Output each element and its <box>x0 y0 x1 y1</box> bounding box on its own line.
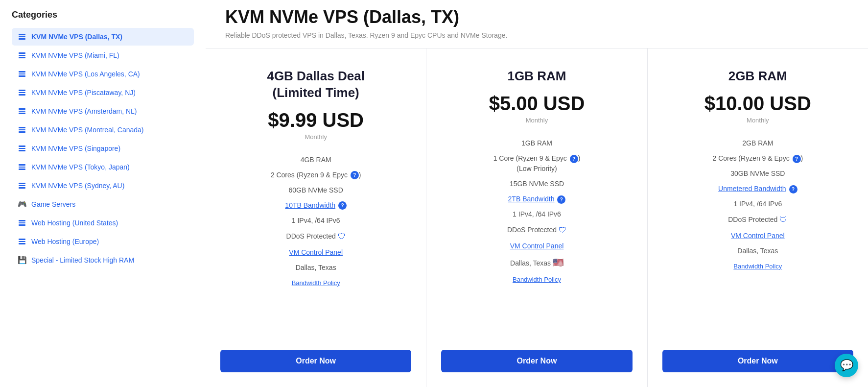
sidebar-item-kvm-la[interactable]: KVM NVMe VPS (Los Angeles, CA) <box>12 65 194 83</box>
ddos-badge: DDoS Protected 🛡 <box>286 231 346 242</box>
bandwidth-policy-link[interactable]: Bandwidth Policy <box>513 276 561 283</box>
product-period: Monthly <box>747 117 769 124</box>
sidebar-item-kvm-miami[interactable]: KVM NVMe VPS (Miami, FL) <box>12 47 194 64</box>
sidebar-item-label: Game Servers <box>31 200 75 208</box>
bandwidth-link[interactable]: 10TB Bandwidth <box>285 201 335 209</box>
sidebar-item-label: KVM NVMe VPS (Miami, FL) <box>31 51 119 59</box>
feature-cores: 1 Core (Ryzen 9 & Epyc ?)(Low Priority) <box>441 151 632 176</box>
shield-icon: 🛡 <box>779 214 787 226</box>
feature-ip: 1 IPv4, /64 IPv6 <box>662 196 853 212</box>
vm-control-panel-link[interactable]: VM Control Panel <box>731 232 785 240</box>
server-icon <box>18 181 26 190</box>
help-icon[interactable]: ? <box>338 201 347 210</box>
feature-storage: 60GB NVMe SSD <box>220 183 411 198</box>
order-now-button[interactable]: Order Now <box>441 350 632 372</box>
sidebar-item-kvm-piscataway[interactable]: KVM NVMe VPS (Piscataway, NJ) <box>12 84 194 101</box>
special-icon: 💾 <box>18 256 26 265</box>
sidebar-item-web-hosting-eu[interactable]: Web Hosting (Europe) <box>12 233 194 250</box>
help-icon[interactable]: ? <box>570 155 578 163</box>
sidebar-item-label: Special - Limited Stock High RAM <box>31 256 134 264</box>
server-icon <box>18 32 26 41</box>
shield-icon: 🛡 <box>559 224 566 236</box>
server-icon <box>18 144 26 153</box>
product-card-dallas-deal: 4GB Dallas Deal(Limited Time) $9.99 USD … <box>206 48 426 387</box>
server-icon <box>18 70 26 78</box>
feature-vm-panel: VM Control Panel <box>220 245 411 260</box>
sidebar-item-game-servers[interactable]: 🎮 Game Servers <box>12 195 194 213</box>
order-now-button[interactable]: Order Now <box>662 350 853 372</box>
vm-control-panel-link[interactable]: VM Control Panel <box>510 242 564 250</box>
feature-storage: 30GB NVMe SSD <box>662 166 853 181</box>
server-icon <box>18 163 26 171</box>
product-name: 2GB RAM <box>728 68 787 85</box>
help-icon[interactable]: ? <box>557 195 565 204</box>
feature-ram: 2GB RAM <box>662 136 853 151</box>
product-price: $9.99 USD <box>268 109 364 131</box>
chat-button[interactable]: 💬 <box>835 354 858 377</box>
feature-ip: 1 IPv4, /64 IPv6 <box>441 207 632 222</box>
page-title: KVM NVMe VPS (Dallas, TX) <box>225 7 848 27</box>
sidebar-item-web-hosting-us[interactable]: Web Hosting (United States) <box>12 214 194 232</box>
product-features: 4GB RAM 2 Cores (Ryzen 9 & Epyc ?) 60GB … <box>220 152 411 290</box>
feature-policy: Bandwidth Policy <box>662 259 853 274</box>
product-period: Monthly <box>305 133 327 141</box>
sidebar-item-label: KVM NVMe VPS (Singapore) <box>31 145 120 152</box>
ddos-badge: DDoS Protected 🛡 <box>507 224 566 236</box>
order-now-button[interactable]: Order Now <box>220 350 411 372</box>
sidebar-item-label: Web Hosting (United States) <box>31 219 118 227</box>
ddos-badge: DDoS Protected 🛡 <box>728 214 787 226</box>
product-features: 1GB RAM 1 Core (Ryzen 9 & Epyc ?)(Low Pr… <box>441 136 632 287</box>
bandwidth-policy-link[interactable]: Bandwidth Policy <box>733 263 782 270</box>
help-icon[interactable]: ? <box>789 185 798 194</box>
server-icon <box>18 51 26 60</box>
header-section: KVM NVMe VPS (Dallas, TX) Reliable DDoS … <box>206 0 868 48</box>
sidebar-item-kvm-amsterdam[interactable]: KVM NVMe VPS (Amsterdam, NL) <box>12 102 194 120</box>
product-price: $10.00 USD <box>704 93 811 115</box>
product-name: 4GB Dallas Deal(Limited Time) <box>267 68 364 101</box>
feature-ram: 4GB RAM <box>220 152 411 168</box>
server-icon <box>18 237 26 246</box>
bandwidth-link[interactable]: 2TB Bandwidth <box>508 195 555 203</box>
feature-bandwidth: 2TB Bandwidth ? <box>441 192 632 207</box>
page-subtitle: Reliable DDoS protected VPS in Dallas, T… <box>225 31 848 39</box>
sidebar-item-kvm-tokyo[interactable]: KVM NVMe VPS (Tokyo, Japan) <box>12 158 194 176</box>
feature-location: Dallas, Texas <box>220 260 411 275</box>
sidebar-item-label: KVM NVMe VPS (Tokyo, Japan) <box>31 163 130 171</box>
right-panel: KVM NVMe VPS (Dallas, TX) Reliable DDoS … <box>206 0 868 387</box>
feature-policy: Bandwidth Policy <box>441 272 632 287</box>
feature-vm-panel: VM Control Panel <box>441 239 632 254</box>
feature-bandwidth: Unmetered Bandwidth ? <box>662 181 853 196</box>
feature-cores: 2 Cores (Ryzen 9 & Epyc ?) <box>220 168 411 183</box>
sidebar-item-label: KVM NVMe VPS (Piscataway, NJ) <box>31 89 136 97</box>
bandwidth-link[interactable]: Unmetered Bandwidth <box>718 185 786 193</box>
product-name: 1GB RAM <box>508 68 566 85</box>
feature-storage: 15GB NVMe SSD <box>441 176 632 192</box>
vm-control-panel-link[interactable]: VM Control Panel <box>289 248 343 256</box>
sidebar-item-special-high-ram[interactable]: 💾 Special - Limited Stock High RAM <box>12 251 194 269</box>
feature-vm-panel: VM Control Panel <box>662 228 853 243</box>
bandwidth-policy-link[interactable]: Bandwidth Policy <box>292 279 340 287</box>
feature-bandwidth: 10TB Bandwidth ? <box>220 198 411 213</box>
feature-ip: 1 IPv4, /64 IPv6 <box>220 213 411 228</box>
help-icon[interactable]: ? <box>351 171 359 179</box>
sidebar-item-label: KVM NVMe VPS (Los Angeles, CA) <box>31 70 140 78</box>
product-card-1gb: 1GB RAM $5.00 USD Monthly 1GB RAM 1 Core… <box>426 48 647 387</box>
help-icon[interactable]: ? <box>793 155 801 163</box>
sidebar-item-kvm-singapore[interactable]: KVM NVMe VPS (Singapore) <box>12 140 194 157</box>
sidebar-item-label: KVM NVMe VPS (Amsterdam, NL) <box>31 107 137 115</box>
shield-icon: 🛡 <box>338 231 346 242</box>
sidebar-item-kvm-sydney[interactable]: KVM NVMe VPS (Sydney, AU) <box>12 177 194 194</box>
products-row: 4GB Dallas Deal(Limited Time) $9.99 USD … <box>206 48 868 387</box>
feature-location: Dallas, Texas <box>662 243 853 259</box>
feature-policy: Bandwidth Policy <box>220 275 411 290</box>
sidebar: Categories KVM NVMe VPS (Dallas, TX) KVM… <box>0 0 206 387</box>
feature-ram: 1GB RAM <box>441 136 632 151</box>
product-card-2gb: 2GB RAM $10.00 USD Monthly 2GB RAM 2 Cor… <box>648 48 868 387</box>
sidebar-item-kvm-montreal[interactable]: KVM NVMe VPS (Montreal, Canada) <box>12 121 194 139</box>
sidebar-item-label: Web Hosting (Europe) <box>31 238 99 245</box>
page-wrapper: Categories KVM NVMe VPS (Dallas, TX) KVM… <box>0 0 868 387</box>
product-price: $5.00 USD <box>489 93 585 115</box>
server-icon <box>18 107 26 116</box>
feature-ddos: DDoS Protected 🛡 <box>220 228 411 245</box>
sidebar-item-kvm-dallas[interactable]: KVM NVMe VPS (Dallas, TX) <box>12 28 194 46</box>
